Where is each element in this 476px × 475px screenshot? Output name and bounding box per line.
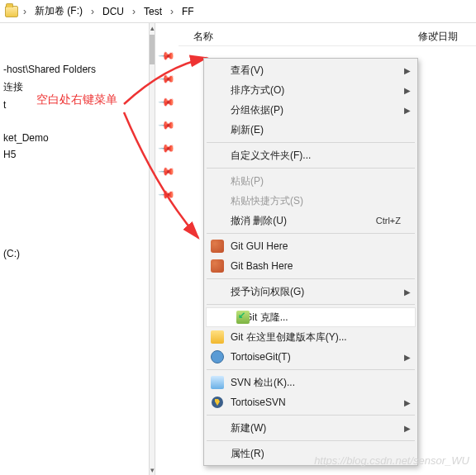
menu-item[interactable]: 排序方式(O)▶ xyxy=(206,80,416,100)
menu-item[interactable]: 自定义文件夹(F)... xyxy=(206,145,416,165)
nav-item[interactable] xyxy=(2,163,145,179)
nav-item[interactable] xyxy=(2,45,145,61)
pin-icon: 📌 xyxy=(158,140,176,158)
chevron-right-icon: › xyxy=(131,6,137,17)
menu-item[interactable]: 撤消 删除(U)Ctrl+Z xyxy=(206,211,416,230)
submenu-arrow-icon: ▶ xyxy=(404,424,411,433)
git-icon xyxy=(211,259,224,273)
nav-item[interactable] xyxy=(2,212,145,229)
nav-item[interactable]: H5 xyxy=(2,146,145,163)
breadcrumb-item[interactable]: Test xyxy=(140,4,165,19)
pin-icon: 📌 xyxy=(158,93,176,112)
gitclone-icon xyxy=(236,311,250,324)
sort-indicator-icon: ▴ xyxy=(435,28,439,36)
menu-separator xyxy=(207,278,415,279)
tgit-icon xyxy=(211,350,224,363)
menu-item-label: 撤消 删除(U) xyxy=(231,214,287,228)
menu-item-label: 排序方式(O) xyxy=(231,83,284,97)
menu-item[interactable]: Git 克隆... xyxy=(206,307,416,327)
pin-icon: 📌 xyxy=(158,163,176,181)
nav-item[interactable]: ket_Demo xyxy=(2,130,145,146)
menu-separator xyxy=(207,142,415,143)
pin-icon: 📌 xyxy=(158,186,176,204)
menu-item-label: 新建(W) xyxy=(231,421,266,435)
menu-separator xyxy=(207,415,415,416)
nav-item[interactable] xyxy=(2,196,145,212)
submenu-arrow-icon: ▶ xyxy=(404,86,411,95)
menu-item[interactable]: Git 在这里创建版本库(Y)... xyxy=(206,327,416,347)
pin-column: 📌 📌 📌 📌 📌 📌 📌 xyxy=(160,50,174,201)
menu-item[interactable]: TortoiseGit(T)▶ xyxy=(206,347,416,367)
menu-item[interactable]: TortoiseSVN▶ xyxy=(206,392,416,412)
chevron-right-icon: › xyxy=(21,6,28,17)
menu-item-label: 属性(R) xyxy=(231,447,264,461)
nav-item[interactable] xyxy=(2,179,145,196)
scroll-thumb[interactable] xyxy=(150,35,155,64)
menu-item-label: Git Bash Here xyxy=(231,260,293,272)
menu-item-label: Git 在这里创建版本库(Y)... xyxy=(231,330,347,344)
menu-item-label: 粘贴快捷方式(S) xyxy=(231,194,303,208)
menu-item-label: 刷新(E) xyxy=(231,123,264,137)
menu-item[interactable]: 授予访问权限(G)▶ xyxy=(206,282,416,302)
menu-item[interactable]: SVN 检出(K)... xyxy=(206,373,416,392)
menu-item-label: SVN 检出(K)... xyxy=(231,376,295,390)
menu-item[interactable]: 刷新(E) xyxy=(206,120,416,140)
breadcrumb-item[interactable]: DCU xyxy=(99,4,127,19)
nav-item[interactable] xyxy=(2,28,145,45)
submenu-arrow-icon: ▶ xyxy=(404,66,411,75)
pin-icon: 📌 xyxy=(158,70,176,88)
chevron-right-icon: › xyxy=(89,6,96,17)
submenu-arrow-icon: ▶ xyxy=(404,353,411,362)
git-icon xyxy=(211,240,224,253)
menu-separator xyxy=(207,440,415,441)
breadcrumb-item[interactable]: 新加卷 (F:) xyxy=(31,2,86,20)
menu-separator xyxy=(207,369,415,370)
nav-item[interactable]: -host\Shared Folders xyxy=(2,61,145,78)
scrollbar-vertical[interactable]: ▴ ▾ xyxy=(149,23,155,475)
menu-item-label: Git 克隆... xyxy=(245,311,288,325)
menu-item-label: 自定义文件夹(F)... xyxy=(231,149,311,163)
submenu-arrow-icon: ▶ xyxy=(404,106,411,115)
pin-icon: 📌 xyxy=(158,47,176,65)
tsvn-icon xyxy=(211,396,224,409)
menu-item-label: 查看(V) xyxy=(231,64,264,78)
submenu-arrow-icon: ▶ xyxy=(404,398,411,407)
menu-item[interactable]: 分组依据(P)▶ xyxy=(206,100,416,120)
menu-item-label: TortoiseSVN xyxy=(231,397,286,408)
menu-item-label: Git GUI Here xyxy=(231,240,288,252)
menu-item[interactable]: 新建(W)▶ xyxy=(206,418,416,438)
column-header-row[interactable]: 名称 ▴ 修改日期 xyxy=(178,28,476,46)
nav-item[interactable] xyxy=(2,113,145,130)
menu-item: 粘贴(P) xyxy=(206,171,416,191)
context-menu: 查看(V)▶排序方式(O)▶分组依据(P)▶刷新(E)自定义文件夹(F)...粘… xyxy=(203,58,418,466)
menu-separator xyxy=(207,233,415,234)
menu-separator xyxy=(207,168,415,169)
nav-list: -host\Shared Folders连接t ket_DemoH5 (C:) xyxy=(2,28,145,262)
menu-separator xyxy=(207,304,415,305)
menu-shortcut: Ctrl+Z xyxy=(376,216,401,226)
menu-item-label: 授予访问权限(G) xyxy=(231,285,304,299)
breadcrumb-item[interactable]: FF xyxy=(178,4,198,19)
breadcrumb[interactable]: › 新加卷 (F:) › DCU › Test › FF xyxy=(0,0,476,23)
nav-item[interactable] xyxy=(2,229,145,245)
menu-item: 粘贴快捷方式(S) xyxy=(206,191,416,211)
menu-item[interactable]: Git GUI Here xyxy=(206,236,416,256)
folder-icon xyxy=(5,6,18,17)
nav-item[interactable]: (C:) xyxy=(2,245,145,262)
scroll-down-icon[interactable]: ▾ xyxy=(150,465,155,475)
column-name[interactable]: 名称 xyxy=(178,30,393,44)
submenu-arrow-icon: ▶ xyxy=(404,287,411,297)
annotation-label: 空白处右键菜单 xyxy=(36,93,117,107)
pin-icon: 📌 xyxy=(158,116,176,135)
menu-item[interactable]: 查看(V)▶ xyxy=(206,60,416,80)
watermark: https://blog.csdn.net/sensor_WU xyxy=(314,454,469,467)
menu-item-label: 分组依据(P) xyxy=(231,103,283,117)
menu-item-label: TortoiseGit(T) xyxy=(231,351,291,363)
menu-item[interactable]: Git Bash Here xyxy=(206,256,416,276)
menu-item-label: 粘贴(P) xyxy=(231,174,264,188)
gitrepo-icon xyxy=(211,330,224,344)
nav-pane[interactable]: -host\Shared Folders连接t ket_DemoH5 (C:) xyxy=(0,23,149,475)
scroll-up-icon[interactable]: ▴ xyxy=(150,23,155,33)
svn-icon xyxy=(211,376,224,389)
chevron-right-icon: › xyxy=(169,6,175,17)
